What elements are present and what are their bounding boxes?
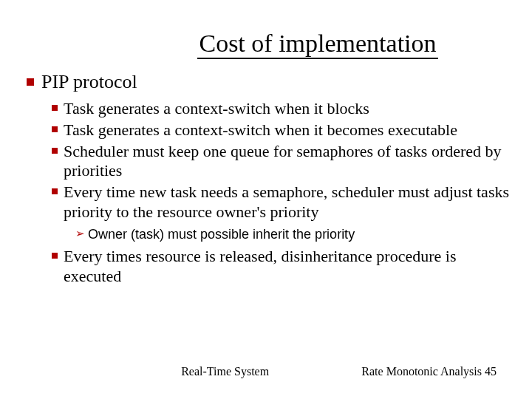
bullet-level2-text: Task generates a context-switch when it …	[64, 99, 369, 119]
bullet-level2-text: Task generates a context-switch when it …	[64, 120, 457, 140]
bullet-level2: Every time new task needs a semaphore, s…	[52, 183, 510, 222]
bullet-level2: Every times resource is released, disinh…	[52, 247, 510, 287]
square-bullet-icon	[52, 253, 58, 259]
bullet-level2: Task generates a context-switch when it …	[52, 99, 510, 119]
footer-page-number: 45	[485, 365, 497, 378]
bullet-level2: Task generates a context-switch when it …	[52, 120, 510, 140]
footer-right-label: Rate Monotonic Analysis	[361, 365, 482, 378]
square-bullet-icon	[52, 188, 58, 194]
bullet-level2: Scheduler must keep one queue for semaph…	[52, 142, 510, 182]
square-bullet-icon	[52, 148, 58, 154]
bullet-level1: PIP protocol	[27, 71, 510, 93]
slide-title: Cost of implementation	[126, 30, 510, 58]
arrow-bullet-icon: ➢	[75, 227, 85, 240]
slide-footer: Real-Time System Rate Monotonic Analysis…	[0, 365, 532, 378]
square-bullet-icon	[27, 78, 34, 86]
bullet-level2-text: Every times resource is released, disinh…	[64, 247, 510, 287]
bullet-level2-text: Scheduler must keep one queue for semaph…	[64, 142, 510, 182]
square-bullet-icon	[52, 105, 58, 111]
bullet-level1-text: PIP protocol	[41, 71, 137, 93]
bullet-level3: ➢ Owner (task) must possible inherit the…	[75, 227, 510, 242]
footer-center-text: Real-Time System	[89, 365, 361, 378]
bullet-level3-text: Owner (task) must possible inherit the p…	[88, 227, 355, 242]
square-bullet-icon	[52, 126, 58, 132]
slide-title-text: Cost of implementation	[197, 30, 437, 59]
bullet-level2-text: Every time new task needs a semaphore, s…	[64, 183, 510, 222]
footer-right: Rate Monotonic Analysis 45	[361, 365, 497, 378]
